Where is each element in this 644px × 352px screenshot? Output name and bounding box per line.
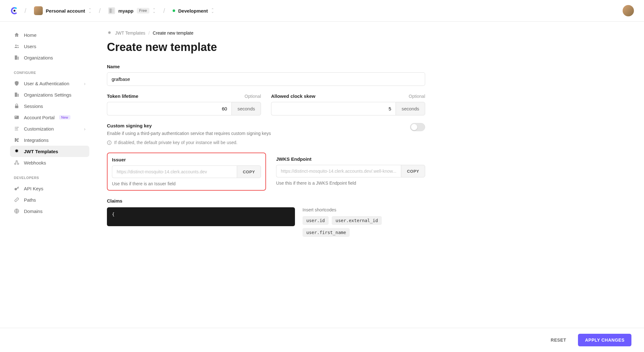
nav-paths[interactable]: Paths — [10, 194, 89, 205]
nav-account-portal[interactable]: Account Portal New — [10, 112, 89, 123]
field-jwks: JWKS Endpoint COPY Use this if there is … — [276, 153, 425, 191]
clock-skew-label: Allowed clock skew — [271, 93, 315, 99]
link-icon — [14, 197, 19, 203]
token-lifetime-input[interactable] — [107, 102, 231, 115]
chevron-updown-icon: ⌃⌄ — [211, 9, 214, 13]
nav-api-keys[interactable]: API Keys — [10, 183, 89, 194]
nav-label: Organizations Settings — [24, 92, 71, 98]
jwks-label: JWKS Endpoint — [276, 156, 425, 162]
nav-label: Customization — [24, 126, 54, 131]
nav-label: Integrations — [24, 137, 48, 143]
section-configure: CONFIGURE — [14, 71, 89, 75]
app-switcher[interactable]: myapp Free ⌃⌄ — [106, 6, 158, 15]
env-switcher[interactable]: Development ⌃⌄ — [171, 7, 216, 15]
nav-home[interactable]: Home — [10, 29, 89, 41]
nav-label: Organizations — [24, 55, 53, 60]
nav-user-auth[interactable]: User & Authentication › — [10, 78, 89, 89]
users-icon — [14, 43, 19, 49]
nav-label: User & Authentication — [24, 81, 69, 86]
globe-icon — [14, 208, 19, 214]
nav-webhooks[interactable]: Webhooks — [10, 157, 89, 168]
svg-point-6 — [18, 127, 19, 128]
account-avatar — [34, 6, 43, 15]
nav-integrations[interactable]: Integrations — [10, 134, 89, 146]
signing-info: If disabled, the default private key of … — [114, 140, 237, 145]
unit-label: seconds — [231, 102, 261, 115]
env-label: Development — [178, 8, 208, 14]
issuer-copy-button[interactable]: COPY — [237, 165, 261, 178]
issuer-help: Use this if there is an Issuer field — [112, 181, 261, 186]
signing-label: Custom signing key — [107, 123, 271, 128]
jwt-icon — [107, 31, 112, 36]
field-claims: Claims { Insert shortcodes user.id user.… — [107, 198, 425, 237]
nav-organizations[interactable]: Organizations — [10, 52, 89, 63]
chevron-right-icon: › — [84, 126, 86, 131]
optional-tag: Optional — [245, 94, 261, 99]
shortcode-chip[interactable]: user.id — [303, 216, 329, 225]
section-developers: DEVELOPERS — [14, 176, 89, 180]
crumb-separator: / — [25, 7, 26, 14]
user-menu[interactable] — [623, 5, 634, 16]
nav-label: JWT Templates — [24, 149, 58, 154]
claims-code: { — [112, 212, 114, 217]
signing-desc: Enable if using a third-party authentica… — [107, 130, 271, 137]
status-dot-icon — [173, 9, 175, 12]
clock-skew-input[interactable] — [271, 102, 396, 115]
field-name: Name — [107, 64, 425, 86]
top-header: / Personal account ⌃⌄ / myapp Free ⌃⌄ / … — [0, 0, 644, 22]
field-token-lifetime: Token lifetime Optional seconds — [107, 93, 261, 115]
crumb-separator: / — [99, 7, 101, 14]
home-icon — [14, 32, 19, 38]
shortcode-chip[interactable]: user.external_id — [332, 216, 382, 225]
nav-label: Home — [24, 32, 36, 38]
nav-jwt-templates[interactable]: JWT Templates — [10, 146, 89, 157]
issuer-label: Issuer — [112, 157, 261, 162]
app-icon — [108, 7, 115, 14]
clerk-logo[interactable] — [10, 6, 19, 15]
svg-point-0 — [14, 10, 15, 12]
jwks-copy-button[interactable]: COPY — [401, 165, 425, 177]
claims-editor[interactable]: { — [107, 207, 295, 226]
nav-label: API Keys — [24, 186, 43, 191]
breadcrumb-parent[interactable]: JWT Templates — [115, 31, 145, 36]
shield-icon — [14, 81, 19, 86]
building-icon — [14, 92, 19, 98]
webhook-icon — [14, 160, 19, 165]
shortcode-chip[interactable]: user.first_name — [303, 228, 350, 237]
puzzle-icon — [14, 137, 19, 143]
breadcrumb: JWT Templates / Create new template — [107, 31, 425, 36]
nav-domains[interactable]: Domains — [10, 205, 89, 217]
signing-toggle[interactable] — [410, 123, 425, 131]
svg-rect-15 — [109, 142, 109, 143]
name-input[interactable] — [107, 72, 425, 86]
nav-org-settings[interactable]: Organizations Settings — [10, 89, 89, 100]
field-clock-skew: Allowed clock skew Optional seconds — [271, 93, 425, 115]
nav-sessions[interactable]: Sessions — [10, 100, 89, 112]
breadcrumb-separator: / — [148, 31, 150, 36]
svg-point-1 — [15, 45, 17, 46]
account-switcher[interactable]: Personal account ⌃⌄ — [32, 5, 93, 16]
svg-rect-3 — [15, 106, 19, 108]
jwks-help: Use this if there is a JWKS Endpoint fie… — [276, 181, 425, 186]
breadcrumb-current: Create new template — [153, 31, 193, 36]
nav-customization[interactable]: Customization › — [10, 123, 89, 134]
breadcrumb-switcher: / Personal account ⌃⌄ / myapp Free ⌃⌄ / … — [10, 5, 216, 16]
sliders-icon — [14, 126, 19, 131]
field-signing-key: Custom signing key Enable if using a thi… — [107, 123, 425, 145]
chevron-updown-icon: ⌃⌄ — [153, 9, 156, 13]
svg-rect-4 — [14, 116, 19, 119]
issuer-input[interactable] — [112, 165, 237, 178]
sidebar: Home Users Organizations CONFIGURE User … — [0, 22, 94, 273]
plan-badge: Free — [137, 8, 150, 14]
page-title: Create new template — [107, 41, 425, 54]
portal-icon — [14, 115, 19, 120]
main-content: JWT Templates / Create new template Crea… — [94, 22, 440, 273]
jwks-input[interactable] — [276, 165, 401, 177]
nav-users[interactable]: Users — [10, 41, 89, 52]
lock-icon — [14, 103, 19, 109]
name-label: Name — [107, 64, 120, 69]
account-label: Personal account — [46, 8, 85, 14]
svg-point-2 — [17, 45, 19, 46]
chevron-updown-icon: ⌃⌄ — [88, 9, 92, 13]
crumb-separator: / — [163, 7, 165, 14]
